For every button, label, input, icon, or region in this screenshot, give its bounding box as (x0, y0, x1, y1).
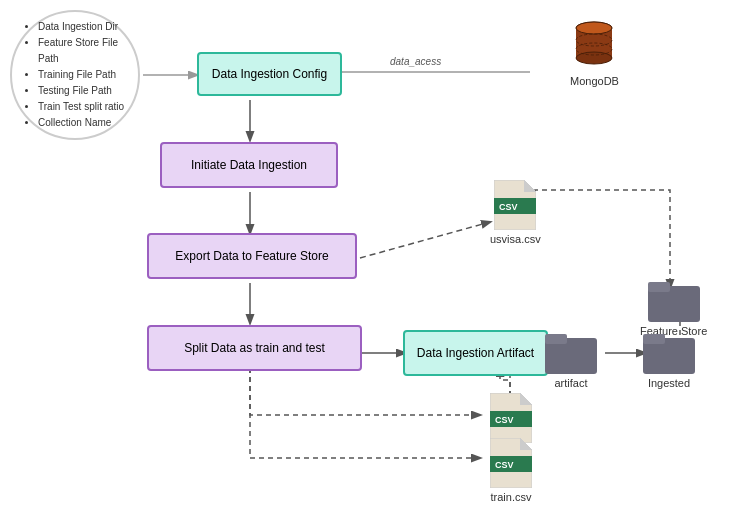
feature-store-svg (648, 278, 700, 322)
svg-marker-24 (520, 438, 532, 450)
usvisa-csv-svg: CSV (494, 180, 536, 230)
test-csv-svg: CSV (490, 393, 532, 443)
svg-text:CSV: CSV (499, 202, 518, 212)
artifact-box[interactable]: Data Ingestion Artifact (403, 330, 548, 376)
svg-rect-28 (648, 282, 670, 292)
train-csv-icon: CSV train.csv (490, 438, 532, 503)
svg-point-12 (576, 22, 612, 34)
config-list: Data Ingestion Dir Feature Store File Pa… (24, 19, 126, 131)
svg-point-11 (576, 52, 612, 64)
config-item-3: Training File Path (38, 67, 126, 83)
svg-marker-20 (520, 393, 532, 405)
usvisa-csv-icon: CSV usvisa.csv (490, 180, 541, 245)
diagram-container: Data Ingestion Dir Feature Store File Pa… (0, 0, 736, 505)
artifact-folder: artifact (545, 330, 597, 389)
config-item-4: Testing File Path (38, 83, 126, 99)
initiate-box[interactable]: Initiate Data Ingestion (160, 142, 338, 188)
svg-rect-32 (643, 334, 665, 344)
feature-store-folder: Feature Store (640, 278, 707, 337)
split-box[interactable]: Split Data as train and test (147, 325, 362, 371)
data-access-label: data_acess (390, 56, 441, 67)
config-item-2: Feature Store File Path (38, 35, 126, 67)
artifact-svg (545, 330, 597, 374)
train-csv-svg: CSV (490, 438, 532, 488)
svg-rect-30 (545, 334, 567, 344)
config-item-6: Collection Name (38, 115, 126, 131)
mongodb-svg (572, 20, 616, 72)
svg-text:CSV: CSV (495, 415, 514, 425)
svg-text:CSV: CSV (495, 460, 514, 470)
ingested-svg (643, 330, 695, 374)
info-circle: Data Ingestion Dir Feature Store File Pa… (10, 10, 140, 140)
ingested-folder: Ingested (643, 330, 695, 389)
mongodb-icon: MongoDB (570, 20, 619, 87)
config-item-5: Train Test split ratio (38, 99, 126, 115)
config-item-1: Data Ingestion Dir (38, 19, 126, 35)
config-box[interactable]: Data Ingestion Config (197, 52, 342, 96)
export-box[interactable]: Export Data to Feature Store (147, 233, 357, 279)
svg-line-5 (360, 222, 490, 258)
